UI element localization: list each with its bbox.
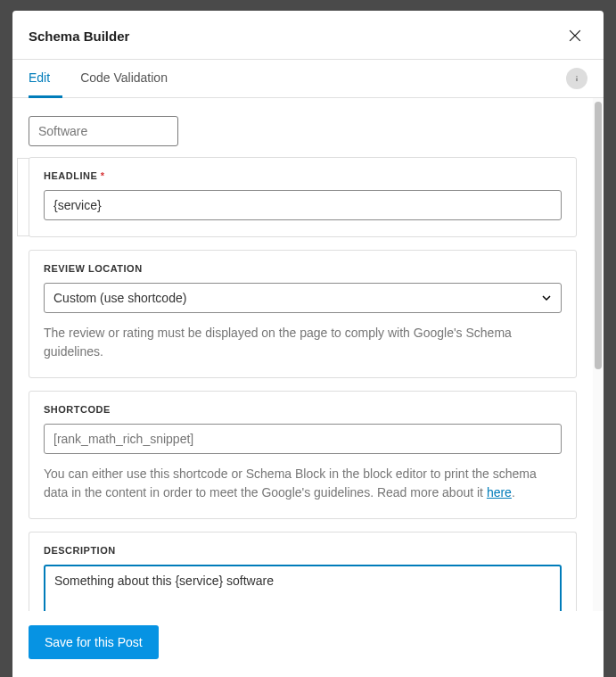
shortcode-label: SHORTCODE [44, 404, 562, 415]
review-location-field-block: REVIEW LOCATION Custom (use shortcode) T… [29, 250, 577, 378]
description-label: DESCRIPTION [44, 545, 562, 556]
headline-field-block: HEADLINE * [29, 157, 577, 237]
modal-header: Schema Builder [12, 11, 604, 59]
scrollbar-thumb[interactable] [595, 102, 602, 369]
headline-label: HEADLINE * [44, 170, 562, 181]
review-location-label: REVIEW LOCATION [44, 263, 562, 274]
close-icon [566, 27, 584, 45]
close-button[interactable] [563, 23, 587, 48]
shortcode-help-link[interactable]: here [487, 485, 512, 499]
modal-title: Schema Builder [29, 29, 129, 44]
modal-footer: Save for this Post [12, 611, 604, 677]
shortcode-help: You can either use this shortcode or Sch… [44, 465, 562, 502]
info-button[interactable] [566, 68, 587, 89]
schema-builder-modal: Schema Builder Edit Code Validation HEAD… [12, 11, 604, 677]
shortcode-input[interactable] [44, 424, 562, 454]
form-content: HEADLINE * REVIEW LOCATION Custom (use s… [12, 98, 593, 611]
tab-code-validation[interactable]: Code Validation [80, 60, 180, 98]
info-icon [571, 72, 583, 85]
schema-type-input[interactable] [29, 116, 178, 146]
review-location-help: The review or rating must be displayed o… [44, 324, 562, 361]
scrollbar[interactable] [593, 98, 604, 611]
description-textarea[interactable] [44, 565, 562, 611]
description-field-block: DESCRIPTION [29, 532, 577, 611]
tab-edit[interactable]: Edit [29, 60, 62, 98]
shortcode-field-block: SHORTCODE You can either use this shortc… [29, 391, 577, 519]
headline-input[interactable] [44, 190, 562, 220]
review-location-select[interactable]: Custom (use shortcode) [44, 283, 562, 313]
content-wrap: HEADLINE * REVIEW LOCATION Custom (use s… [12, 98, 604, 611]
tabs-bar: Edit Code Validation [12, 59, 604, 98]
save-button[interactable]: Save for this Post [29, 625, 159, 659]
